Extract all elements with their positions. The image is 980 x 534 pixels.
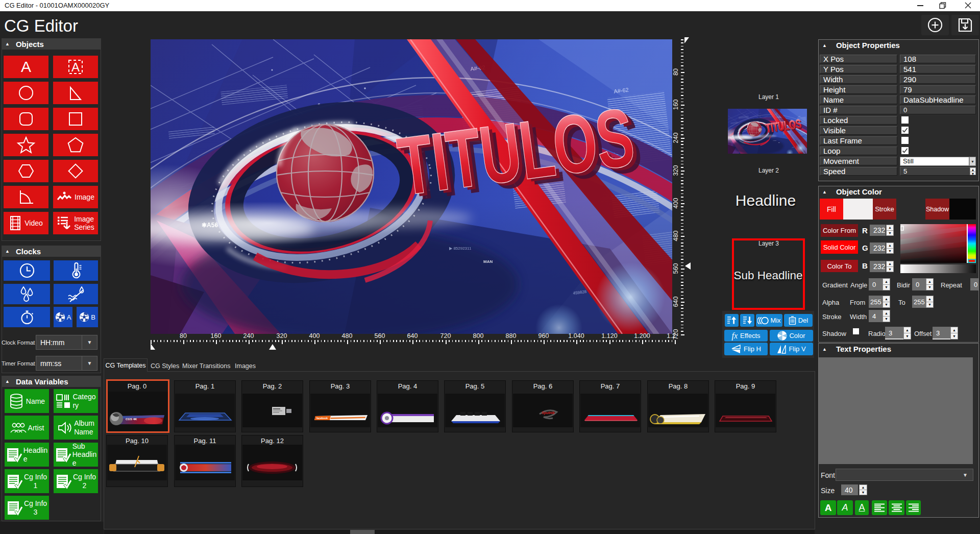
- svg-text:A: A: [71, 60, 80, 74]
- svg-text:CGS 4K: CGS 4K: [126, 418, 137, 421]
- svg-text:Sputnik: Sputnik: [542, 411, 555, 415]
- svg-text:facebook: facebook: [316, 417, 328, 420]
